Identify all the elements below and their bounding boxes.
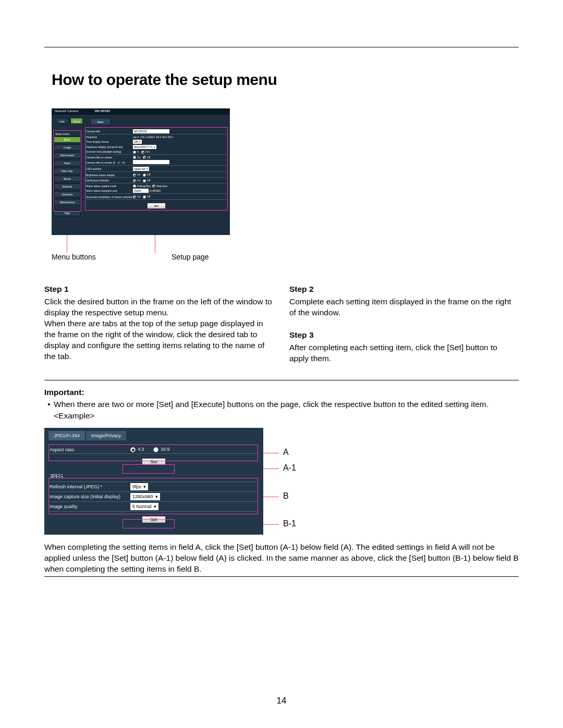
bullet-icon: • — [44, 399, 54, 410]
brand-label: Network Camera — [55, 109, 78, 113]
indicator-radio[interactable]: On Off — [133, 179, 227, 182]
summer-radio[interactable]: In Out — [133, 150, 227, 154]
osd-select[interactable]: Upper left — [133, 167, 149, 171]
row-alarm-port: Alarm status reception port — [86, 189, 133, 192]
capsize-select[interactable]: 1280x960 — [130, 493, 160, 500]
quality-label: Image quality — [50, 504, 130, 509]
step3-heading: Step 3 — [289, 330, 519, 341]
tab-jpeg-h264[interactable]: JPEG/H.264 — [48, 431, 85, 440]
row-date-format: Date/time display format for text — [86, 145, 133, 149]
ar-169: 16:9 — [161, 447, 170, 452]
sidebar-item-alarm[interactable]: Alarm — [54, 160, 81, 166]
auto-install-radio[interactable]: On Off — [133, 195, 227, 199]
row-time-format: Time display format — [86, 140, 133, 143]
setup-button[interactable]: Setup — [70, 118, 83, 124]
step2-heading: Step 2 — [289, 284, 519, 295]
jpeg-section-header: JPEG — [50, 473, 258, 482]
row-datetime: Date/time — [86, 135, 133, 139]
sidebar-item-usermng[interactable]: User mng. — [54, 168, 81, 174]
quality-select[interactable]: 5 Normal — [130, 503, 158, 510]
sidebar-header: Setup menu — [54, 131, 81, 137]
alarm-port-input[interactable]: 31004 — [133, 189, 149, 193]
row-osd: OSD position — [86, 167, 133, 170]
brightness-radio[interactable]: On Off — [133, 173, 227, 177]
setup-screenshot-1: Network Camera WV-SP105 Live Setup Basic… — [52, 108, 230, 235]
example-screenshot: JPEG/H.264 Image/Privacy Aspect ratio 4:… — [44, 428, 263, 535]
sidebar-item-multiscreen[interactable]: Multi-screen — [54, 152, 81, 158]
tab-basic[interactable]: Basic — [90, 118, 111, 125]
page-title: How to operate the setup menu — [52, 71, 519, 89]
step3-p: After completing each setting item, clic… — [289, 342, 519, 364]
step1-p1: Click the desired button in the frame on… — [44, 297, 274, 318]
row-auto-install: Automatic installation of viewer softwar… — [86, 195, 133, 199]
row-indicator: Up/Access indicator — [86, 179, 133, 182]
time-format-select[interactable]: 24h — [133, 140, 142, 144]
title-text-input[interactable] — [133, 160, 169, 164]
tab-image-privacy[interactable]: Image/Privacy — [86, 431, 126, 440]
step2-p: Complete each setting item displayed in … — [289, 297, 519, 318]
row-alarm-mode: Alarm status update mode — [86, 184, 133, 188]
refresh-select[interactable]: 5fps — [130, 483, 148, 490]
sidebar-item-basic[interactable]: Basic — [54, 137, 81, 143]
datetime-selects[interactable]: Jan ▾ / 01 ▾ 2010 ▾ 00 ▾ 00 ▾ 00 ▾ — [133, 135, 227, 139]
sidebar-item-schedule[interactable]: Schedule — [54, 191, 81, 198]
set-button-s1[interactable]: Set — [147, 203, 166, 209]
live-button[interactable]: Live — [56, 118, 68, 124]
sidebar-item-network[interactable]: Network — [54, 183, 81, 190]
step1-heading: Step 1 — [44, 284, 274, 295]
ar-43: 4:3 — [138, 447, 144, 452]
date-format-select[interactable]: Mmm/DD/YYYY — [133, 145, 156, 149]
sidebar-item-image[interactable]: Image — [54, 144, 81, 151]
label-setup-page: Setup page — [172, 253, 209, 261]
important-text: When there are two or more [Set] and [Ex… — [54, 399, 519, 410]
sidebar: Setup menu Basic Image Multi-screen Alar… — [54, 131, 81, 218]
camera-title-input[interactable]: WV-SP105 — [133, 129, 169, 133]
label-menu-buttons: Menu buttons — [52, 253, 172, 261]
refresh-label: Refresh interval (JPEG) * — [50, 484, 130, 489]
annot-A1: A-1 — [283, 463, 296, 473]
annot-A: A — [283, 448, 289, 457]
sidebar-item-server[interactable]: Server — [54, 176, 81, 182]
row-camera-title: Camera title — [86, 130, 133, 133]
step1-p2: When there are tabs at the top of the se… — [44, 318, 274, 362]
annot-B: B — [283, 491, 289, 501]
row-title-text: Camera title on screen (0…A – Z) — [86, 161, 133, 164]
capsize-label: Image capture size (Initial display) — [50, 494, 130, 499]
example-label: <Example> — [44, 411, 519, 422]
sidebar-item-help[interactable]: Help — [54, 210, 81, 216]
annotation-labels: A A-1 B B-1 — [263, 428, 321, 535]
row-title-onscreen: Camera title on screen — [86, 156, 133, 159]
set-button-a1[interactable]: Set — [142, 458, 166, 465]
page-number: 14 — [0, 696, 563, 706]
alarm-mode-radio[interactable]: Polling(30s) Real time — [133, 184, 227, 188]
closing-paragraph: When completing the setting items in fie… — [44, 542, 519, 575]
set-button-b1[interactable]: Set — [142, 516, 166, 523]
title-onscreen-radio[interactable]: On Off — [133, 156, 227, 159]
aspect-ratio-label: Aspect ratio — [50, 447, 130, 452]
setup-panel: Camera titleWV-SP105 Date/timeJan ▾ / 01… — [86, 129, 227, 209]
important-heading: Important: — [44, 388, 519, 397]
port-range: (1-65535) — [149, 189, 161, 192]
model-label: WV-SP105 — [95, 109, 110, 113]
row-brightness: Brightness status display — [86, 174, 133, 177]
aspect-ratio-radio[interactable]: 4:3 16:9 — [130, 447, 170, 452]
row-summer: Summer time (daylight saving) — [86, 150, 133, 153]
annot-B1: B-1 — [283, 519, 296, 528]
sidebar-item-maintenance[interactable]: Maintenance — [54, 199, 81, 205]
